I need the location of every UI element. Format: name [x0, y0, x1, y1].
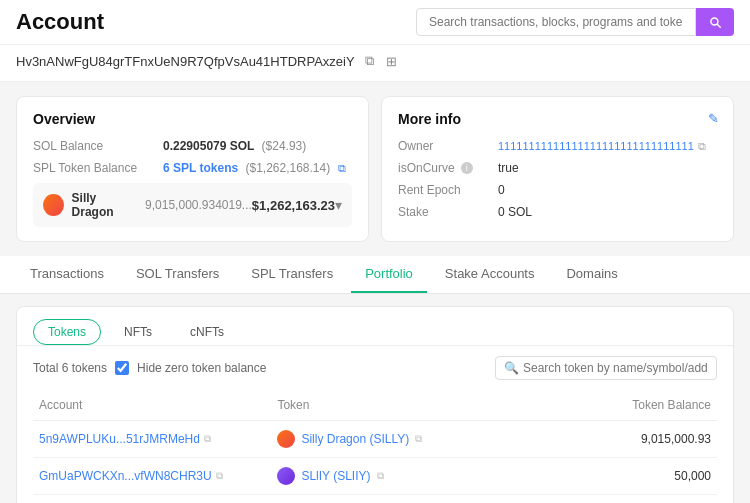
token-usd-value: $1,262,163.23 — [252, 198, 335, 213]
more-info-title: More info — [398, 111, 717, 127]
edit-icon[interactable]: ✎ — [708, 111, 719, 126]
col-balance: Token Balance — [606, 390, 717, 421]
overview-title: Overview — [33, 111, 352, 127]
chevron-down-icon: ▾ — [335, 197, 342, 213]
sub-tabs: Tokens NFTs cNFTs — [17, 307, 733, 346]
table-row: GmUaPWCKXn...vfWN8CHR3U ⧉ SLlIY (SLIIY) … — [33, 458, 717, 495]
copy-icon: ⧉ — [365, 53, 374, 68]
stake-value: 0 SOL — [498, 205, 532, 219]
owner-label: Owner — [398, 139, 498, 153]
spl-balance-value: 6 SPL tokens ($1,262,168.14) ⧉ — [163, 161, 346, 175]
page-title: Account — [16, 9, 104, 35]
token-amount: 9,015,000.934019... — [145, 198, 252, 212]
copy-account-icon-1[interactable]: ⧉ — [216, 470, 223, 482]
sol-balance-row: SOL Balance 0.22905079 SOL ($24.93) — [33, 139, 352, 153]
col-account: Account — [33, 390, 271, 421]
copy-owner-icon[interactable]: ⧉ — [698, 140, 706, 153]
copy-spl-icon[interactable]: ⧉ — [338, 162, 346, 174]
is-on-curve-label: isOnCurve i — [398, 161, 498, 175]
sol-balance-label: SOL Balance — [33, 139, 163, 153]
overview-card: Overview SOL Balance 0.22905079 SOL ($24… — [16, 96, 369, 242]
wallet-address: Hv3nANwFgU84grTFnxUeN9R7QfpVsAu41HTDRPAx… — [16, 54, 355, 69]
account-address-1[interactable]: GmUaPWCKXn...vfWN8CHR3U ⧉ — [39, 469, 265, 483]
spl-balance-row: SPL Token Balance 6 SPL tokens ($1,262,1… — [33, 161, 352, 175]
qr-icon: ⊞ — [386, 54, 397, 69]
hide-zero-label: Hide zero token balance — [137, 361, 266, 375]
spl-balance-label: SPL Token Balance — [33, 161, 163, 175]
token-name: Silly Dragon — [72, 191, 138, 219]
filter-row: Total 6 tokens Hide zero token balance 🔍 — [17, 346, 733, 390]
token-name-1[interactable]: SLlIY (SLIIY) ⧉ — [277, 467, 600, 485]
tab-portfolio[interactable]: Portfolio — [351, 256, 427, 293]
total-tokens-label: Total 6 tokens — [33, 361, 107, 375]
rent-epoch-value: 0 — [498, 183, 505, 197]
search-icon — [708, 15, 722, 29]
tab-spl-transfers[interactable]: SPL Transfers — [237, 256, 347, 293]
sub-tab-tokens[interactable]: Tokens — [33, 319, 101, 345]
silly-dragon-mini-icon — [43, 194, 64, 216]
copy-account-icon-0[interactable]: ⧉ — [204, 433, 211, 445]
address-bar: Hv3nANwFgU84grTFnxUeN9R7QfpVsAu41HTDRPAx… — [0, 45, 750, 82]
qr-button[interactable]: ⊞ — [384, 52, 399, 71]
search-input[interactable] — [416, 8, 696, 36]
search-button[interactable] — [696, 8, 734, 36]
sub-tab-cnfts[interactable]: cNFTs — [175, 319, 239, 345]
token-balance-0: 9,015,000.93 — [606, 421, 717, 458]
copy-address-button[interactable]: ⧉ — [363, 51, 376, 71]
table-row: 5n9AWPLUKu...51rJMRMeHd ⧉ Silly Dragon (… — [33, 421, 717, 458]
sol-balance-value: 0.22905079 SOL ($24.93) — [163, 139, 306, 153]
token-balance-1: 50,000 — [606, 458, 717, 495]
is-on-curve-row: isOnCurve i true — [398, 161, 717, 175]
tabs-bar: Transactions SOL Transfers SPL Transfers… — [0, 256, 750, 294]
sub-tab-nfts[interactable]: NFTs — [109, 319, 167, 345]
table-row: DXV5aqBePh...8MCmY7X6Fw ⧉ FAMTO0N (FAM) … — [33, 495, 717, 504]
tab-transactions[interactable]: Transactions — [16, 256, 118, 293]
cards-row: Overview SOL Balance 0.22905079 SOL ($24… — [0, 82, 750, 256]
more-info-card: More info ✎ Owner 1111111111111111111111… — [381, 96, 734, 242]
token-search-input[interactable] — [523, 361, 708, 375]
rent-epoch-label: Rent Epoch — [398, 183, 498, 197]
col-token: Token — [271, 390, 606, 421]
token-search-wrap: 🔍 — [495, 356, 717, 380]
token-detail-row: Silly Dragon 9,015,000.934019... $1,262,… — [33, 183, 352, 227]
rent-epoch-row: Rent Epoch 0 — [398, 183, 717, 197]
filter-left: Total 6 tokens Hide zero token balance — [33, 361, 266, 375]
account-address-0[interactable]: 5n9AWPLUKu...51rJMRMeHd ⧉ — [39, 432, 265, 446]
stake-label: Stake — [398, 205, 498, 219]
tab-stake-accounts[interactable]: Stake Accounts — [431, 256, 549, 293]
token-name-0[interactable]: Silly Dragon (SILLY) ⧉ — [277, 430, 600, 448]
search-bar — [416, 8, 734, 36]
hide-zero-checkbox[interactable] — [115, 361, 129, 375]
header: Account — [0, 0, 750, 45]
table-header-row: Account Token Token Balance — [33, 390, 717, 421]
info-circle-icon: i — [461, 162, 473, 174]
is-on-curve-value: true — [498, 161, 519, 175]
search-token-icon: 🔍 — [504, 361, 519, 375]
copy-token-icon-0[interactable]: ⧉ — [415, 433, 422, 445]
token-balance-2: 227,500 — [606, 495, 717, 504]
owner-value[interactable]: 11111111111111111111111111111111 — [498, 140, 694, 152]
spl-link[interactable]: 6 SPL tokens — [163, 161, 238, 175]
owner-row: Owner 11111111111111111111111111111111 ⧉ — [398, 139, 717, 153]
stake-row: Stake 0 SOL — [398, 205, 717, 219]
tab-sol-transfers[interactable]: SOL Transfers — [122, 256, 233, 293]
tab-domains[interactable]: Domains — [552, 256, 631, 293]
portfolio-section: Tokens NFTs cNFTs Total 6 tokens Hide ze… — [16, 306, 734, 503]
token-table: Account Token Token Balance 5n9AWPLUKu..… — [17, 390, 733, 503]
copy-token-icon-1[interactable]: ⧉ — [377, 470, 384, 482]
